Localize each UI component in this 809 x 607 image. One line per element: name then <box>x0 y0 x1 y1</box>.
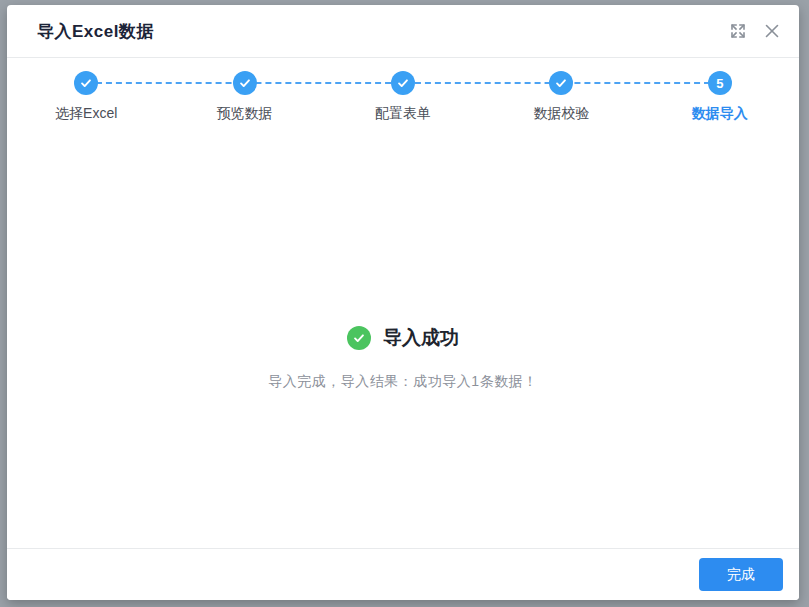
step-data-import: 5 数据导入 <box>641 71 799 123</box>
dialog-footer: 完成 <box>7 548 799 600</box>
step-configure-form: 配置表单 <box>324 71 482 123</box>
check-icon <box>79 76 93 90</box>
dialog-title: 导入Excel数据 <box>37 20 154 43</box>
step-2-label: 预览数据 <box>217 105 273 123</box>
import-stepper: 选择Excel 预览数据 配置表单 <box>7 58 799 150</box>
finish-button[interactable]: 完成 <box>699 558 783 591</box>
close-icon[interactable] <box>763 22 781 40</box>
step-4-dot <box>549 71 573 95</box>
step-1-label: 选择Excel <box>55 105 117 123</box>
import-excel-dialog: 导入Excel数据 <box>7 5 799 600</box>
result-title: 导入成功 <box>383 325 459 351</box>
step-preview-data: 预览数据 <box>165 71 323 123</box>
stepper-steps: 选择Excel 预览数据 配置表单 <box>7 71 799 123</box>
step-select-excel: 选择Excel <box>7 71 165 123</box>
step-5-label: 数据导入 <box>692 105 748 123</box>
step-data-validation: 数据校验 <box>482 71 640 123</box>
result-message: 导入完成，导入结果：成功导入1条数据！ <box>268 373 537 391</box>
step-1-dot <box>74 71 98 95</box>
dialog-body: 导入成功 导入完成，导入结果：成功导入1条数据！ <box>7 150 799 548</box>
step-3-dot <box>391 71 415 95</box>
fullscreen-expand-icon[interactable] <box>729 22 747 40</box>
step-3-label: 配置表单 <box>375 105 431 123</box>
check-icon <box>238 76 252 90</box>
step-5-dot: 5 <box>708 71 732 95</box>
step-2-dot <box>233 71 257 95</box>
check-icon <box>396 76 410 90</box>
dialog-header-actions <box>729 22 781 40</box>
step-5-number: 5 <box>716 76 723 91</box>
dialog-header: 导入Excel数据 <box>7 5 799 58</box>
success-check-icon <box>347 326 371 350</box>
step-4-label: 数据校验 <box>533 105 589 123</box>
check-icon <box>554 76 568 90</box>
result-title-row: 导入成功 <box>347 325 459 351</box>
